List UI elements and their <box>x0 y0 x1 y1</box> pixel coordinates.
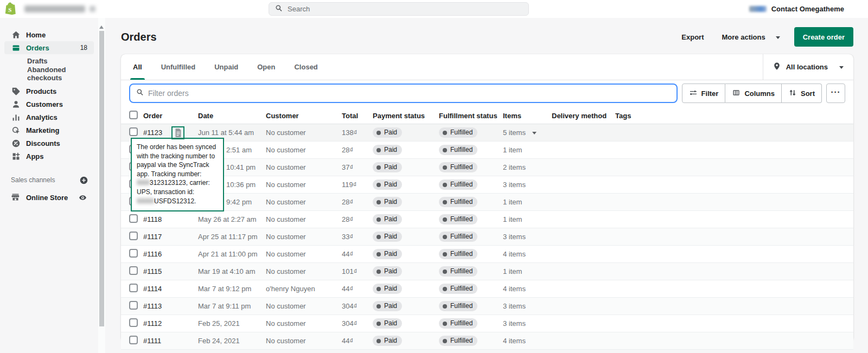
tab-closed[interactable]: Closed <box>288 54 324 80</box>
columns-icon <box>732 88 741 99</box>
scroll-up-arrow-icon[interactable] <box>99 23 104 29</box>
sidebar-item-marketing[interactable]: Marketing <box>4 124 94 137</box>
sidebar-scrollbar[interactable] <box>98 18 105 353</box>
order-items: 1 item <box>503 146 552 154</box>
location-filter[interactable]: All locations <box>763 54 853 80</box>
sidebar-item-products[interactable]: Products <box>4 85 94 98</box>
status-dot-icon <box>443 200 447 204</box>
status-dot-icon <box>376 252 381 256</box>
order-items: 1 item <box>503 198 552 206</box>
status-dot-icon <box>443 304 447 309</box>
page-title: Orders <box>121 31 157 43</box>
order-number[interactable]: #1117 <box>143 233 198 241</box>
table-row[interactable]: #1115Mar 19 at 4:10 amNo customer101₫Pai… <box>121 263 853 280</box>
table-row[interactable]: #1112Feb 25, 2021No customer304₫PaidFulf… <box>121 315 853 332</box>
sort-button[interactable]: Sort <box>782 84 822 103</box>
sidebar-item-abandoned-checkouts[interactable]: Abandoned checkouts <box>4 67 94 80</box>
row-checkbox[interactable] <box>129 249 143 259</box>
contact-label[interactable]: Contact Omegatheme <box>771 5 844 13</box>
select-all-checkbox[interactable] <box>129 111 143 121</box>
global-search[interactable] <box>269 2 529 16</box>
orders-card: AllUnfulfilledUnpaidOpenClosed All locat… <box>121 54 853 342</box>
sidebar-item-label: Customers <box>26 100 63 108</box>
sidebar-item-label: Abandoned checkouts <box>27 66 87 82</box>
table-row[interactable]: 10:36 pmNo customer119₫PaidFulfilled3 it… <box>121 176 853 194</box>
columns-button[interactable]: Columns <box>725 84 782 103</box>
sidebar-item-apps[interactable]: Apps <box>4 150 94 163</box>
order-items: 3 items <box>503 233 552 241</box>
row-checkbox[interactable] <box>129 266 143 277</box>
order-customer: o'henry Nguyen <box>266 285 342 293</box>
tab-unfulfilled[interactable]: Unfulfilled <box>155 54 202 80</box>
sidebar-item-home[interactable]: Home <box>4 28 94 41</box>
more-actions-button[interactable]: More actions <box>717 30 785 44</box>
table-row[interactable]: #1111Feb 24, 2021No customer44₫PaidFulfi… <box>121 332 853 350</box>
order-customer: No customer <box>266 233 342 241</box>
global-search-input[interactable] <box>288 5 523 13</box>
create-order-button[interactable]: Create order <box>794 27 853 47</box>
export-button[interactable]: Export <box>676 30 709 44</box>
status-dot-icon <box>376 183 381 187</box>
filter-orders-field[interactable] <box>129 84 678 103</box>
chevron-down-icon <box>776 36 780 41</box>
sidebar-item-analytics[interactable]: Analytics <box>4 111 94 124</box>
synctrack-note-icon[interactable] <box>171 126 184 139</box>
row-checkbox[interactable] <box>129 232 143 242</box>
column-header: Order <box>143 112 198 120</box>
order-number[interactable]: #1115 <box>143 267 198 275</box>
tab-open[interactable]: Open <box>251 54 282 80</box>
fulfillment-status: Fulfilled <box>439 145 503 155</box>
table-row[interactable]: #1117Apr 25 at 11:17 pmNo customer33₫Pai… <box>121 228 853 246</box>
chevron-down-icon[interactable] <box>532 132 537 137</box>
store-name-redacted[interactable] <box>24 5 85 12</box>
table-row[interactable]: 2:51 amNo customer28₫PaidFulfilled1 item <box>121 142 853 159</box>
row-checkbox[interactable] <box>129 214 143 224</box>
eye-icon[interactable] <box>78 193 87 202</box>
order-number[interactable]: #1112 <box>143 319 198 328</box>
filter-button[interactable]: Filter <box>682 84 726 103</box>
order-number[interactable]: #1113 <box>143 302 198 310</box>
table-row[interactable]: #1116Apr 21 at 11:00 pmNo customer44₫Pai… <box>121 246 853 263</box>
sidebar-item-label: Drafts <box>27 57 48 65</box>
sidebar-item-online-store[interactable]: Online Store <box>4 191 94 204</box>
table-row[interactable]: #1113Mar 7 at 9:11 pmNo customer304₫Paid… <box>121 298 853 315</box>
fulfillment-status: Fulfilled <box>439 249 503 259</box>
order-number[interactable]: #1123 <box>143 126 198 139</box>
redacted-text: XXXX <box>137 197 154 205</box>
fulfillment-status-badge: Fulfilled <box>439 179 477 190</box>
sidebar-item-discounts[interactable]: Discounts <box>4 137 94 150</box>
table-row[interactable]: #1118May 26 at 2:27 amNo customer28₫Paid… <box>121 211 853 228</box>
table-row[interactable]: 10:41 pmNo customer37₫PaidFulfilled2 ite… <box>121 159 853 176</box>
sidebar-item-label: Discounts <box>26 139 60 147</box>
order-customer: No customer <box>266 215 342 223</box>
order-number[interactable]: #1114 <box>143 285 198 293</box>
more-options-button[interactable]: ··· <box>826 84 845 103</box>
contact-area[interactable]: Contact Omegatheme <box>749 0 844 18</box>
sidebar-item-customers[interactable]: Customers <box>4 98 94 111</box>
add-channel-icon[interactable] <box>79 176 88 185</box>
tab-unpaid[interactable]: Unpaid <box>208 54 245 80</box>
order-total: 138₫ <box>342 129 373 137</box>
order-number[interactable]: #1118 <box>143 215 198 223</box>
tooltip-text: USFDS12312. <box>154 197 196 205</box>
row-checkbox[interactable] <box>129 318 143 329</box>
table-row[interactable]: 9:42 pmNo customer28₫PaidFulfilled1 item <box>121 194 853 211</box>
scrollbar-thumb[interactable] <box>99 31 104 326</box>
order-number[interactable]: #1116 <box>143 250 198 258</box>
table-row[interactable]: #1123Jun 11 at 5:44 amNo customer138₫Pai… <box>121 124 853 142</box>
row-checkbox[interactable] <box>129 284 143 294</box>
row-checkbox[interactable] <box>129 336 143 346</box>
tab-all[interactable]: All <box>126 54 149 80</box>
row-checkbox[interactable] <box>129 127 143 138</box>
payment-status: Paid <box>373 162 439 172</box>
fulfillment-status: Fulfilled <box>439 336 503 346</box>
shopify-logo-icon[interactable]: S <box>4 2 17 16</box>
column-header: Fulfillment status <box>439 112 503 120</box>
sidebar-item-orders[interactable]: Orders18 <box>4 41 94 54</box>
payment-status-badge: Paid <box>373 318 402 329</box>
filter-orders-input[interactable] <box>148 89 671 98</box>
table-row[interactable]: #1114Mar 7 at 9:12 pmo'henry Nguyen44₫Pa… <box>121 280 853 298</box>
order-number[interactable]: #1111 <box>143 337 198 345</box>
row-checkbox[interactable] <box>129 301 143 311</box>
order-total: 37₫ <box>342 163 373 171</box>
